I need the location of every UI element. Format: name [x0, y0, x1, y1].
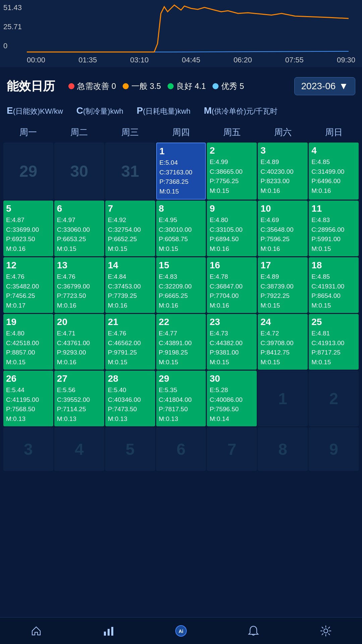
- weekday-fri: 周五: [207, 123, 257, 142]
- table-row[interactable]: 8E:4.95C:30010.00P:6058.75M:0.15: [156, 201, 206, 256]
- table-row[interactable]: 4E:4.85C:31499.00P:6496.00M:0.16: [309, 143, 359, 200]
- chart-icon: [103, 625, 115, 637]
- legend-normal: 一般 3.5: [123, 81, 161, 92]
- gear-icon: [320, 625, 332, 637]
- weekday-thu: 周四: [156, 123, 206, 142]
- y-label-mid: 25.71: [3, 22, 22, 31]
- table-row[interactable]: 5E:4.87C:33699.00P:6923.50M:0.16: [3, 201, 53, 256]
- table-row: 7: [207, 427, 257, 471]
- table-row[interactable]: 13E:4.76C:36799.00P:7723.50M:0.16: [54, 257, 104, 313]
- table-row: 30: [54, 143, 104, 200]
- svg-point-5: [324, 629, 328, 633]
- table-row[interactable]: 10E:4.69C:35648.00P:7596.25M:0.16: [258, 201, 308, 256]
- chart-svg: [27, 3, 349, 54]
- y-label-high: 51.43: [3, 3, 22, 12]
- legend-dot-urgent: [68, 83, 74, 89]
- y-label-low: 0: [3, 42, 22, 50]
- table-row: 5: [105, 427, 155, 471]
- table-row[interactable]: 29E:5.35C:41804.00P:7817.50M:0.13: [156, 371, 206, 426]
- legend-dot-good: [168, 83, 174, 89]
- legend-excellent-label: 优秀 5: [221, 81, 244, 92]
- legend-good: 良好 4.1: [168, 81, 206, 92]
- metric-legend-row: E(日能效)KW/kw C(制冷量)kwh P(日耗电量)kwh M(供冷单价)…: [0, 102, 362, 123]
- table-row: 9: [309, 427, 359, 471]
- table-row: 2: [309, 371, 359, 426]
- nav-alert[interactable]: [247, 625, 259, 637]
- metric-c: C(制冷量)kwh: [76, 105, 123, 116]
- legend-dot-normal: [123, 83, 129, 89]
- weekday-wed: 周三: [105, 123, 155, 142]
- table-row[interactable]: 12E:4.76C:35482.00P:7456.25M:0.17: [3, 257, 53, 313]
- legend-excellent: 优秀 5: [213, 81, 244, 92]
- table-row: 4: [54, 427, 104, 471]
- home-icon: [30, 625, 42, 637]
- table-row[interactable]: 15E:4.83C:32209.00P:6665.25M:0.16: [156, 257, 206, 313]
- table-row: 29: [3, 143, 53, 200]
- legend-urgent: 急需改善 0: [68, 81, 116, 92]
- table-row[interactable]: 9E:4.80C:33105.00P:6894.50M:0.16: [207, 201, 257, 256]
- table-row[interactable]: 26E:5.44C:41195.00P:7568.50M:0.13: [3, 371, 53, 426]
- ai-icon: Ai: [175, 625, 187, 637]
- chevron-down-icon: ▼: [339, 81, 348, 92]
- date-picker[interactable]: 2023-06 ▼: [294, 77, 355, 95]
- weekday-sun: 周日: [309, 123, 359, 142]
- table-row: 31: [105, 143, 155, 200]
- svg-rect-0: [104, 632, 106, 636]
- bottom-nav: Ai: [0, 617, 362, 644]
- weekday-sat: 周六: [258, 123, 308, 142]
- chart-area: 51.43 25.71 0 00:00 01:35 03:10 04:45 06…: [0, 0, 362, 67]
- metric-p: P(日耗电量)kwh: [137, 105, 190, 116]
- table-row[interactable]: 7E:4.92C:32754.00P:6652.25M:0.15: [105, 201, 155, 256]
- table-row[interactable]: 30E:5.28C:40086.00P:7596.50M:0.14: [207, 371, 257, 426]
- calendar: 周一 周二 周三 周四 周五 周六 周日 2930311E:5.04C:3716…: [0, 123, 362, 471]
- table-row[interactable]: 18E:4.85C:41931.00P:8654.00M:0.15: [309, 257, 359, 313]
- table-row[interactable]: 2E:4.99C:38665.00P:7756.25M:0.15: [207, 143, 257, 200]
- svg-rect-1: [108, 629, 110, 636]
- table-row[interactable]: 16E:4.78C:36847.00P:7704.00M:0.16: [207, 257, 257, 313]
- weekday-mon: 周一: [3, 123, 53, 142]
- legend-good-label: 良好 4.1: [176, 81, 206, 92]
- table-row: 1: [258, 371, 308, 426]
- bell-icon: [247, 625, 259, 637]
- nav-home[interactable]: [30, 625, 42, 637]
- chart-y-labels: 51.43 25.71 0: [3, 3, 22, 50]
- table-row[interactable]: 28E:5.40C:40346.00P:7473.50M:0.13: [105, 371, 155, 426]
- table-row[interactable]: 3E:4.89C:40230.00P:8233.00M:0.16: [258, 143, 308, 200]
- table-row: 3: [3, 427, 53, 471]
- table-row[interactable]: 21E:4.76C:46562.00P:9791.25M:0.15: [105, 314, 155, 370]
- table-row[interactable]: 17E:4.89C:38739.00P:7922.25M:0.15: [258, 257, 308, 313]
- svg-rect-2: [111, 627, 113, 636]
- legend-normal-label: 一般 3.5: [131, 81, 161, 92]
- legend-dot-excellent: [213, 83, 219, 89]
- table-row[interactable]: 11E:4.83C:28956.00P:5991.00M:0.15: [309, 201, 359, 256]
- date-picker-value: 2023-06: [301, 81, 336, 92]
- table-row[interactable]: 27E:5.56C:39552.00P:7114.25M:0.13: [54, 371, 104, 426]
- table-row[interactable]: 14E:4.84C:37453.00P:7739.25M:0.16: [105, 257, 155, 313]
- metric-e: E(日能效)KW/kw: [7, 105, 63, 116]
- table-row: 8: [258, 427, 308, 471]
- chart-x-labels: 00:00 01:35 03:10 04:45 06:20 07:55 09:3…: [27, 56, 355, 64]
- nav-ai[interactable]: Ai: [175, 625, 187, 637]
- table-row[interactable]: 6E:4.97C:33060.00P:6653.25M:0.15: [54, 201, 104, 256]
- table-row[interactable]: 23E:4.73C:44382.00P:9381.00M:0.15: [207, 314, 257, 370]
- table-row: 6: [156, 427, 206, 471]
- table-row[interactable]: 22E:4.77C:43891.00P:9198.25M:0.15: [156, 314, 206, 370]
- nav-settings[interactable]: [320, 625, 332, 637]
- table-row[interactable]: 20E:4.71C:43761.00P:9293.00M:0.16: [54, 314, 104, 370]
- legend-urgent-label: 急需改善 0: [77, 81, 116, 92]
- metric-m: M(供冷单价)元/千瓦时: [204, 105, 278, 116]
- calendar-header: 周一 周二 周三 周四 周五 周六 周日: [3, 123, 359, 142]
- table-row[interactable]: 25E:4.81C:41913.00P:8717.25M:0.15: [309, 314, 359, 370]
- table-row[interactable]: 1E:5.04C:37163.00P:7368.25M:0.15: [156, 143, 206, 200]
- calendar-grid: 2930311E:5.04C:37163.00P:7368.25M:0.152E…: [3, 143, 359, 471]
- nav-chart[interactable]: [103, 625, 115, 637]
- energy-title: 能效日历: [7, 78, 55, 95]
- svg-text:Ai: Ai: [179, 629, 183, 634]
- energy-header: 能效日历 急需改善 0 一般 3.5 良好 4.1 优秀 5 2023-06 ▼: [0, 67, 362, 102]
- weekday-tue: 周二: [54, 123, 104, 142]
- table-row[interactable]: 19E:4.80C:42518.00P:8857.00M:0.15: [3, 314, 53, 370]
- table-row[interactable]: 24E:4.72C:39708.00P:8412.75M:0.15: [258, 314, 308, 370]
